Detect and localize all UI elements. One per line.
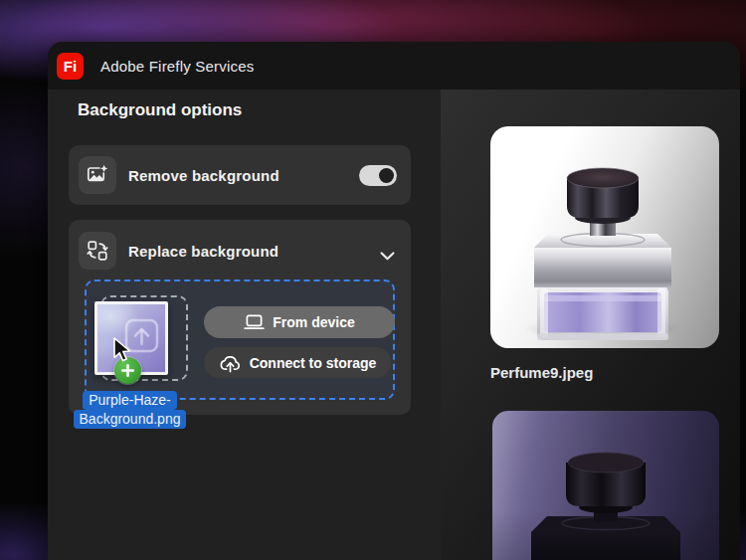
laptop-icon	[244, 314, 265, 330]
preview-panel: Perfume9.jpeg	[441, 90, 740, 560]
cloud-upload-icon	[219, 353, 242, 373]
remove-background-card: Remove background	[69, 145, 411, 205]
background-preview-card[interactable]	[492, 411, 719, 560]
chevron-down-icon[interactable]	[380, 247, 395, 265]
dragged-filename-line1: Purple-Haze-	[83, 391, 176, 410]
toggle-knob	[379, 168, 394, 183]
dragged-filename-line2: Background.png	[74, 410, 187, 429]
titlebar: Fi Adobe Firefly Services	[48, 42, 740, 90]
desktop-background: Fi Adobe Firefly Services Background opt…	[0, 0, 746, 560]
remove-background-icon-tile	[79, 156, 116, 194]
firefly-services-window: Fi Adobe Firefly Services Background opt…	[48, 42, 740, 560]
remove-background-label: Remove background	[128, 145, 280, 205]
pointer-cursor-icon	[112, 337, 133, 364]
perfume-image-card[interactable]	[490, 126, 719, 348]
perfume-bottle-image	[490, 126, 719, 348]
panel-heading: Background options	[78, 100, 242, 120]
firefly-logo: Fi	[57, 53, 84, 80]
connect-to-storage-button[interactable]: Connect to storage	[204, 347, 391, 378]
image-sparkle-icon	[87, 164, 108, 186]
app-title: Adobe Firefly Services	[100, 58, 254, 75]
swap-icon	[87, 240, 108, 262]
perfume-image-filename: Perfume9.jpeg	[490, 364, 593, 381]
from-device-button[interactable]: From device	[204, 306, 395, 338]
from-device-label: From device	[273, 314, 354, 330]
dragged-filename-tag: Purple-Haze- Background.png	[60, 391, 200, 429]
perfume-bottle-dark-image	[492, 411, 719, 560]
replace-background-card: Replace background	[69, 220, 411, 415]
connect-to-storage-label: Connect to storage	[250, 355, 377, 371]
remove-background-toggle[interactable]	[359, 165, 397, 186]
background-options-panel: Background options Remove background	[48, 90, 441, 560]
replace-background-icon-tile	[79, 232, 116, 270]
background-dropzone[interactable]: From device Connect to storage	[85, 280, 395, 400]
replace-background-label: Replace background	[128, 220, 279, 281]
